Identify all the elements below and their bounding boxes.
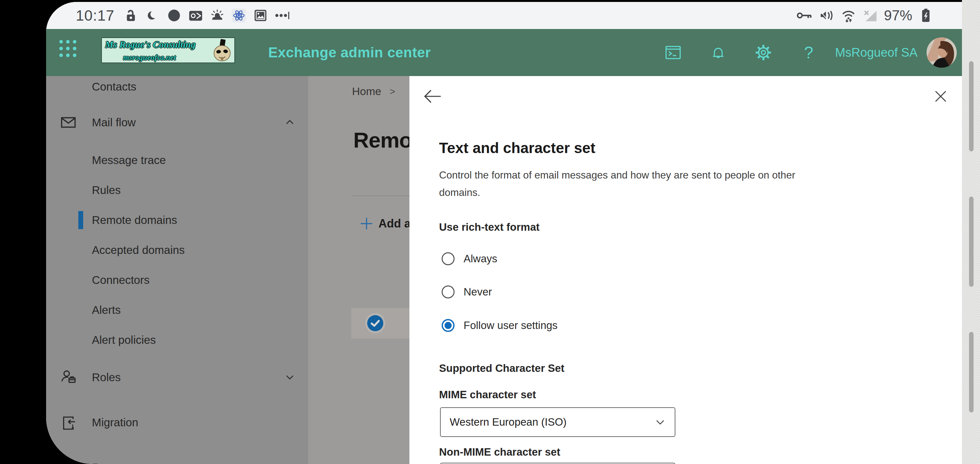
- sidebar-item-message-trace[interactable]: Message trace: [46, 151, 308, 170]
- sidebar-item-rules[interactable]: Rules: [46, 180, 308, 200]
- sidebar-item-connectors[interactable]: Connectors: [46, 270, 308, 290]
- sidebar-item-alert-policies[interactable]: Alert policies: [46, 330, 308, 350]
- chevron-up-icon: [284, 117, 296, 128]
- page-scrollbar-track: [962, 0, 980, 464]
- mail-icon: [60, 114, 76, 130]
- header-actions: ? MsRogueof SA: [665, 29, 957, 76]
- clock-time: 10:17: [76, 7, 115, 24]
- row-checkbox-checked[interactable]: [365, 313, 385, 333]
- vpn-key-icon: [796, 7, 813, 24]
- plus-icon: [360, 217, 373, 230]
- scrollbar-thumb[interactable]: [969, 332, 974, 412]
- reports-icon: [60, 459, 76, 464]
- radio-unselected-icon[interactable]: [442, 286, 455, 299]
- status-right-group: 97%: [796, 2, 934, 29]
- add-button-label: Add a: [379, 217, 411, 230]
- flyout-heading: Text and character set: [439, 139, 595, 157]
- chevron-icon: [284, 462, 296, 464]
- outlook-notification-icon: [187, 7, 204, 24]
- wifi-up-down-icon: [840, 7, 857, 24]
- page-title: Exchange admin center: [268, 44, 431, 60]
- back-arrow-icon[interactable]: [423, 89, 442, 104]
- supported-charset-heading: Supported Character Set: [439, 362, 565, 374]
- rich-text-section-label: Use rich-text format: [439, 221, 539, 233]
- android-status-bar: 10:17: [46, 2, 962, 29]
- tenant-logo-domain: msrogueofsa.net: [123, 53, 176, 62]
- settings-gear-icon[interactable]: [755, 44, 772, 61]
- exchange-admin-app: 10:17: [46, 2, 962, 464]
- mime-charset-value: Western European (ISO): [450, 416, 567, 428]
- app-launcher-waffle-icon[interactable]: [59, 40, 77, 57]
- sidebar-item-accepted-domains[interactable]: Accepted domains: [46, 240, 308, 260]
- phone-screen: 10:17: [0, 0, 980, 464]
- sidebar-item-migration[interactable]: Migration: [46, 413, 308, 432]
- tenant-logo-text: Ms Rogue's Consulting: [105, 39, 212, 50]
- radio-option-never[interactable]: Never: [442, 284, 492, 300]
- account-name[interactable]: MsRogueof SA: [835, 46, 918, 60]
- flyout-description: Control the format of email messages and…: [439, 166, 795, 201]
- mask-graphic: [210, 39, 234, 63]
- sidebar-item-contacts[interactable]: Contacts: [46, 77, 308, 96]
- atom-app-icon: [231, 7, 247, 24]
- radio-unselected-icon[interactable]: [442, 252, 455, 265]
- roles-person-icon: [60, 369, 76, 385]
- image-notification-icon: [252, 7, 269, 24]
- radio-option-always[interactable]: Always: [442, 251, 497, 267]
- weather-icon: [209, 7, 226, 24]
- sidebar-item-remote-domains[interactable]: Remote domains: [46, 210, 308, 230]
- sidebar-item-roles[interactable]: Roles: [46, 368, 308, 387]
- page-heading-clip: Remo: [353, 128, 409, 155]
- sidebar-item-alerts[interactable]: Alerts: [46, 300, 308, 319]
- status-left-group: 10:17: [76, 2, 290, 29]
- app-header: Ms Rogue's Consulting msrogueofsa.net Ex…: [46, 29, 962, 76]
- do-not-disturb-moon-icon: [144, 7, 161, 24]
- non-mime-charset-dropdown-partial[interactable]: [440, 463, 675, 464]
- radio-option-follow-user-settings[interactable]: Follow user settings: [442, 318, 558, 333]
- add-remote-domain-button[interactable]: Add a: [360, 215, 412, 232]
- more-notifications-icon: [274, 7, 290, 24]
- filled-circle-icon: [166, 7, 183, 24]
- toolbar-divider: [352, 195, 409, 196]
- breadcrumb-separator: >: [390, 86, 396, 97]
- battery-percent: 97%: [884, 7, 912, 24]
- migration-icon: [60, 415, 76, 431]
- app-body: Contacts Mail flow Message trace Rules R…: [46, 76, 962, 464]
- mute-vibrate-icon: [818, 7, 835, 24]
- mime-charset-dropdown[interactable]: Western European (ISO): [440, 407, 675, 437]
- help-icon[interactable]: ?: [800, 44, 817, 61]
- breadcrumb-home[interactable]: Home: [352, 85, 381, 98]
- non-mime-charset-label: Non-MIME character set: [439, 446, 560, 458]
- close-icon[interactable]: [934, 90, 947, 103]
- radio-selected-icon[interactable]: [442, 319, 455, 332]
- text-character-set-flyout: Text and character set Control the forma…: [409, 76, 962, 464]
- terminal-icon[interactable]: [665, 44, 681, 61]
- notifications-bell-icon[interactable]: [710, 44, 727, 61]
- no-sim-signal-icon: [862, 7, 879, 24]
- main-content-dimmed: Home > Remo Add a: [308, 76, 409, 464]
- sidebar-item-reports-partial[interactable]: Reports: [46, 458, 308, 464]
- left-nav: Contacts Mail flow Message trace Rules R…: [46, 76, 308, 464]
- tenant-logo[interactable]: Ms Rogue's Consulting msrogueofsa.net: [101, 37, 235, 63]
- scrollbar-thumb[interactable]: [969, 197, 974, 287]
- lock-open-icon: [123, 7, 139, 24]
- battery-charging-icon: [918, 7, 934, 24]
- page-heading: Remo: [353, 128, 409, 152]
- mime-charset-label: MIME character set: [439, 389, 536, 401]
- sidebar-item-mail-flow[interactable]: Mail flow: [46, 113, 308, 132]
- breadcrumb: Home >: [352, 85, 395, 98]
- avatar[interactable]: [926, 37, 957, 68]
- chevron-down-icon: [284, 372, 296, 383]
- chevron-down-icon: [655, 416, 666, 427]
- check-icon: [367, 315, 383, 331]
- scrollbar-thumb[interactable]: [969, 61, 974, 151]
